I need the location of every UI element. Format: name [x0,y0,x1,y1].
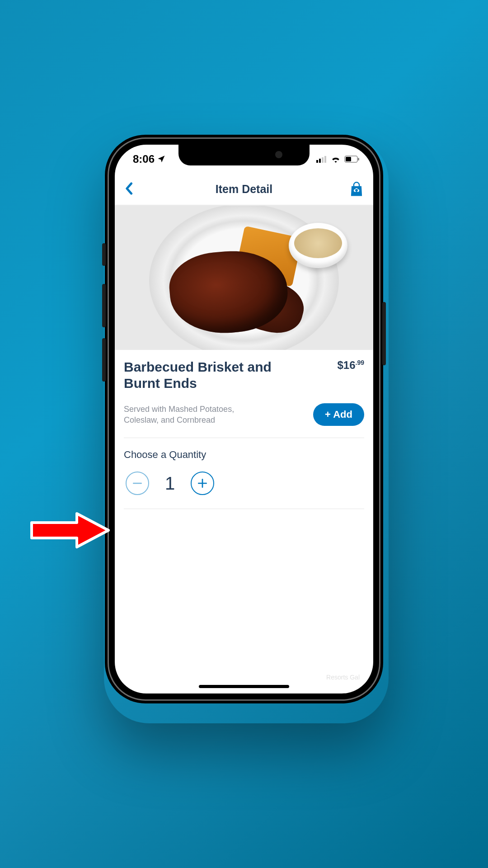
watermark: Resorts Gal [326,674,360,681]
svg-rect-1 [319,159,321,163]
phone-volume-down [102,338,106,382]
status-time: 8:06 [133,153,155,165]
svg-rect-0 [316,160,318,163]
cellular-signal-icon [316,153,327,165]
nav-bar: Item Detail [115,174,373,205]
item-image [115,205,373,350]
price-cents: .99 [356,359,364,366]
phone-notch [178,145,310,165]
battery-icon [344,153,360,165]
svg-point-10 [355,189,358,191]
quantity-decrease-button[interactable] [126,472,149,495]
price-dollars: $16 [337,359,355,371]
phone-frame: 8:06 [105,135,383,703]
phone-screen: 8:06 [115,145,373,693]
quantity-value: 1 [164,473,175,494]
svg-rect-3 [324,156,326,163]
phone-power-button [382,302,386,365]
quantity-label: Choose a Quantity [124,449,364,461]
item-title: Barbecued Brisket and Burnt Ends [124,359,296,392]
wifi-icon [331,153,341,165]
phone-mute-switch [102,243,106,266]
home-indicator[interactable] [199,685,289,688]
item-description: Served with Mashed Potatoes, Coleslaw, a… [124,404,268,426]
location-arrow-icon [157,153,165,165]
annotation-arrow-icon [27,510,113,552]
shopping-bag-button[interactable] [345,182,363,197]
quantity-increase-button[interactable] [191,472,214,495]
svg-rect-5 [346,157,351,161]
svg-rect-6 [358,158,359,160]
page-title: Item Detail [143,183,345,196]
item-price: $16.99 [337,359,364,392]
quantity-stepper: 1 [124,472,364,495]
svg-rect-2 [322,157,324,163]
quantity-section: Choose a Quantity 1 [124,438,364,509]
back-button[interactable] [125,182,143,197]
phone-volume-up [102,284,106,327]
add-button[interactable]: + Add [313,403,364,426]
